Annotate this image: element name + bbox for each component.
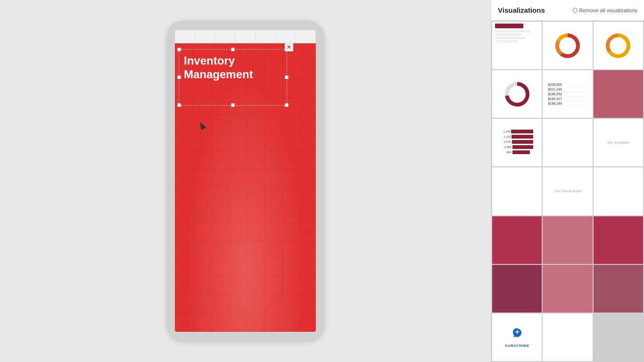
viz-cell-pink-solid-2[interactable]: [543, 265, 592, 313]
viz-cell-red-solid-1[interactable]: [594, 70, 643, 118]
table-val-1: $226,005: [548, 83, 562, 86]
visualizations-panel: Visualizations ⬡ Remove all visualizatio…: [491, 0, 644, 362]
viz-cell-subscribe[interactable]: SUBSCRIBE: [492, 313, 542, 361]
bar-fill-1: [511, 130, 533, 133]
viz-cell-pink-solid-1[interactable]: [543, 216, 592, 264]
bar-row-3: 1,075: [501, 140, 533, 144]
bar-chart-mini: 1,148 1,143 1,075 1,060 954: [497, 126, 537, 159]
viz-cell-empty-1[interactable]: [543, 119, 592, 166]
title-line-1: Inventory: [184, 54, 235, 67]
handle-mid-right[interactable]: [285, 75, 289, 79]
viz-cell-dark-red-solid[interactable]: [594, 216, 643, 264]
phone-screen: ✕ Inventory Management: [175, 30, 316, 332]
table-mini: $226,005 $221,149 $196,292 $184,317 $168…: [545, 81, 590, 108]
remove-all-label: Remove all visualizations: [579, 8, 638, 13]
phone-top-bar: [175, 30, 316, 43]
subscribe-label: SUBSCRIBE: [505, 344, 529, 348]
top-bar-cell-5: [256, 30, 276, 43]
top-bar-grid: [175, 30, 316, 43]
donut-dark-chart: [503, 80, 531, 108]
remove-all-button[interactable]: ⬡ Remove all visualizations: [572, 7, 638, 14]
text-widget[interactable]: ✕ Inventory Management: [179, 49, 287, 106]
not-available-label: Not available: [605, 139, 631, 147]
table-row-3: $196,292: [547, 92, 588, 97]
bar-label-3: 1,075: [501, 140, 511, 143]
viz-cell-dark-pink-solid[interactable]: [594, 265, 643, 313]
panel-title: Visualizations: [498, 6, 545, 14]
top-bar-cell-4: [235, 30, 256, 43]
viz-cell-donut-orange-yellow[interactable]: [594, 22, 643, 69]
table-row-5: $168,249: [547, 101, 588, 106]
viz-cell-dark-solid[interactable]: [492, 265, 542, 313]
handle-top-left[interactable]: [177, 48, 181, 51]
donut-red-orange-chart: [553, 32, 582, 60]
table-row-1: $226,005: [547, 82, 588, 87]
item-name-bar: [495, 24, 523, 28]
viz-cell-bar-chart[interactable]: 1,148 1,143 1,075 1,060 954: [492, 119, 542, 166]
handle-mid-left[interactable]: [177, 75, 181, 79]
item-line-2: [495, 33, 521, 36]
table-row-2: $221,149: [547, 87, 588, 92]
top-bar-cell-3: [215, 30, 235, 43]
bar-label-2: 1,143: [501, 135, 511, 138]
top-bar-cell-6: [276, 30, 296, 43]
title-line-2: Management: [184, 68, 253, 81]
bar-row-2: 1,143: [501, 135, 533, 139]
widget-title: Inventory Management: [179, 49, 287, 86]
close-widget-button[interactable]: ✕: [285, 43, 293, 51]
table-row-4: $184,317: [547, 97, 588, 101]
remove-icon: ⬡: [572, 7, 578, 14]
bar-fill-5: [512, 150, 530, 154]
item-line-3: [495, 37, 526, 39]
visualizations-grid: $226,005 $221,149 $196,292 $184,317 $168…: [491, 21, 644, 362]
handle-bottom-right[interactable]: [285, 103, 289, 107]
viz-cell-red-solid-2[interactable]: [492, 216, 542, 264]
table-val-4: $184,317: [548, 97, 562, 100]
handle-top-mid[interactable]: [231, 48, 235, 51]
bar-label-5: 954: [501, 151, 512, 154]
bar-fill-2: [512, 135, 533, 139]
bar-fill-3: [512, 140, 533, 144]
viz-cell-empty-4[interactable]: [543, 313, 592, 361]
viz-cell-donut-red-orange[interactable]: [543, 22, 592, 69]
top-bar-cell-7: [296, 30, 316, 43]
handle-bottom-left[interactable]: [177, 103, 181, 107]
bar-row-1: 1,148: [501, 130, 533, 133]
viz-cell-card-title[interactable]: Card Title Available: [543, 167, 592, 215]
viz-cell-item-name[interactable]: [492, 22, 542, 69]
viz-cell-donut-dark[interactable]: [492, 70, 542, 118]
card-title-label: Card Title Available: [551, 187, 585, 196]
top-bar-cell-2: [195, 30, 215, 43]
panel-header: Visualizations ⬡ Remove all visualizatio…: [491, 0, 644, 21]
top-bar-cell-1: [175, 30, 195, 43]
donut-orange-yellow-chart: [604, 32, 632, 60]
viz-cell-empty-2[interactable]: [492, 167, 542, 215]
table-val-3: $196,292: [548, 92, 562, 96]
phone-mockup: ✕ Inventory Management: [166, 21, 324, 341]
handle-bottom-mid[interactable]: [231, 103, 235, 107]
item-line-1: [495, 30, 530, 33]
main-canvas: ✕ Inventory Management: [0, 0, 491, 362]
table-val-2: $221,149: [548, 88, 562, 91]
bar-label-1: 1,148: [501, 130, 511, 133]
item-name-lines: [495, 30, 539, 43]
viz-cell-table[interactable]: $226,005 $221,149 $196,292 $184,317 $168…: [543, 70, 592, 118]
bar-row-4: 1,060: [501, 145, 533, 149]
phone-content: ✕ Inventory Management: [175, 43, 316, 332]
bar-fill-4: [512, 145, 533, 149]
bar-label-4: 1,060: [501, 146, 512, 148]
subscribe-icon: [511, 326, 524, 342]
item-line-4: [495, 40, 517, 42]
table-val-5: $168,249: [548, 102, 562, 105]
viz-cell-empty-3[interactable]: [594, 167, 643, 215]
bar-row-5: 954: [501, 150, 533, 154]
viz-cell-not-available[interactable]: Not available: [594, 119, 643, 166]
